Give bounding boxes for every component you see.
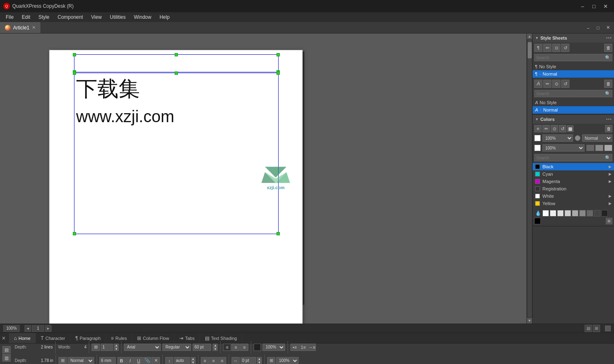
color-add-btn[interactable]: + bbox=[534, 125, 542, 132]
swatch-2[interactable] bbox=[557, 210, 564, 217]
underline-btn[interactable]: U bbox=[135, 357, 143, 364]
char-style-edit-btn[interactable]: ✏ bbox=[543, 80, 551, 88]
size-input[interactable] bbox=[193, 344, 211, 351]
scroll-thumb[interactable] bbox=[528, 42, 532, 58]
bottom-close-btn[interactable]: ✕ bbox=[0, 335, 7, 342]
size-up-btn[interactable]: ▲ bbox=[213, 344, 218, 347]
auto-input[interactable] bbox=[174, 357, 190, 364]
color-white-item[interactable]: White ▶ bbox=[533, 192, 614, 200]
style-select[interactable]: Regular bbox=[162, 344, 191, 351]
list-num-btn[interactable]: 1≡ bbox=[299, 344, 307, 351]
swatch-3[interactable] bbox=[565, 210, 571, 217]
tracking-dn-btn[interactable]: ▼ bbox=[257, 361, 262, 364]
char-no-style-item[interactable]: A No Style bbox=[533, 99, 614, 106]
size-dn-btn[interactable]: ▼ bbox=[213, 347, 218, 351]
para-align-center[interactable]: ≡ bbox=[209, 357, 218, 364]
para-style-edit-btn[interactable]: ✏ bbox=[543, 44, 551, 52]
char-style-refresh-btn[interactable]: ↺ bbox=[561, 80, 569, 88]
color-edit-btn[interactable]: ✏ bbox=[542, 125, 550, 132]
tracking-up-btn[interactable]: ▲ bbox=[257, 357, 262, 361]
menu-utilities[interactable]: Utilities bbox=[106, 13, 130, 21]
color-opacity2-select[interactable]: 100% bbox=[542, 144, 585, 152]
tracking-input[interactable] bbox=[241, 357, 256, 364]
char-style-add-btn[interactable]: A bbox=[534, 80, 542, 88]
colors-menu-btn[interactable]: ⋯ bbox=[606, 116, 612, 123]
swatch-white[interactable] bbox=[542, 210, 549, 217]
maximize-button[interactable]: □ bbox=[589, 2, 599, 11]
para-style-delete-btn[interactable]: 🗑 bbox=[604, 44, 612, 52]
swatch-7[interactable] bbox=[594, 210, 601, 217]
bold-btn[interactable]: B bbox=[117, 357, 126, 364]
stylesheets-panel-header[interactable]: ▼ Style Sheets ⋯ bbox=[533, 33, 614, 42]
canvas-area[interactable]: 下载集 www.xzji.com xzji.com bbox=[0, 33, 532, 324]
swatch-6[interactable] bbox=[587, 210, 593, 217]
para-style-search-input[interactable] bbox=[534, 54, 612, 61]
color-delete-btn[interactable]: 🗑 bbox=[605, 125, 612, 132]
color-mode-select[interactable]: Normal bbox=[582, 134, 613, 142]
menu-edit[interactable]: Edit bbox=[18, 13, 34, 21]
menu-file[interactable]: File bbox=[2, 13, 18, 21]
doc-tab-article1[interactable]: Article1 ✕ bbox=[0, 22, 41, 33]
shade-btn1[interactable] bbox=[586, 145, 594, 151]
menu-view[interactable]: View bbox=[87, 13, 106, 21]
swatch-1[interactable] bbox=[550, 210, 556, 217]
leading-input[interactable] bbox=[99, 357, 116, 364]
close-button[interactable]: ✕ bbox=[600, 2, 611, 11]
doc-tab-close[interactable]: ✕ bbox=[32, 25, 36, 30]
para-style-link-btn[interactable]: ⊙ bbox=[552, 44, 560, 52]
color-registration-item[interactable]: Registration bbox=[533, 185, 614, 192]
cols-input[interactable] bbox=[101, 344, 113, 351]
swatch-9[interactable] bbox=[534, 218, 541, 224]
color-swatch-btn[interactable]: ▦ bbox=[567, 125, 574, 132]
swatch-5[interactable] bbox=[579, 210, 586, 217]
para-no-style-item[interactable]: ¶ No Style bbox=[533, 63, 614, 70]
view-btn2[interactable]: ⊞ bbox=[593, 325, 600, 332]
eyedropper-btn[interactable]: 💧 bbox=[534, 210, 542, 217]
italic-btn[interactable]: I bbox=[126, 357, 134, 364]
list-indent-btn[interactable]: →≡ bbox=[308, 344, 316, 351]
char-style-delete-btn[interactable]: 🗑 bbox=[604, 80, 612, 88]
minimize-button[interactable]: – bbox=[577, 2, 588, 11]
color-search-input[interactable] bbox=[534, 154, 612, 161]
para-style-refresh-btn[interactable]: ↺ bbox=[561, 44, 569, 52]
scale-select[interactable]: 100% bbox=[276, 357, 299, 364]
para-style-add-btn[interactable]: ¶ bbox=[534, 44, 542, 52]
cols-dn-btn[interactable]: ▼ bbox=[114, 347, 119, 351]
color-opacity1-select[interactable]: 100% bbox=[542, 134, 573, 142]
colors-panel-header[interactable]: ▼ Colors ⋯ bbox=[533, 115, 614, 124]
auto-up-btn[interactable]: ▲ bbox=[191, 357, 196, 361]
doc-close-btn[interactable]: ✕ bbox=[603, 23, 612, 32]
para-align-right[interactable]: ≡ bbox=[218, 357, 226, 364]
menu-component[interactable]: Component bbox=[54, 13, 87, 21]
color-cyan-item[interactable]: Cyan ▶ bbox=[533, 170, 614, 178]
page-next-btn[interactable]: ► bbox=[45, 325, 52, 332]
text-color-box[interactable] bbox=[254, 344, 261, 351]
char-style-link-btn[interactable]: ⊙ bbox=[552, 80, 560, 88]
color-black-item[interactable]: Black ▶ bbox=[533, 163, 614, 170]
clear-btn[interactable]: ✕ bbox=[152, 357, 160, 364]
char-style-search-input[interactable] bbox=[534, 90, 612, 97]
para-normal-item[interactable]: ¶ + Normal bbox=[533, 70, 614, 78]
color-refresh-btn[interactable]: ↺ bbox=[559, 125, 566, 132]
swatch-grid-btn[interactable]: ⊞ bbox=[606, 218, 612, 224]
doc-restore-btn[interactable]: □ bbox=[594, 23, 603, 32]
menu-help[interactable]: Help bbox=[155, 13, 174, 21]
list-bullet-btn[interactable]: •≡ bbox=[290, 344, 299, 351]
shade-btn2[interactable] bbox=[595, 145, 603, 151]
align-center-btn[interactable]: ≡ bbox=[232, 344, 240, 351]
para-align-left[interactable]: ≡ bbox=[201, 357, 209, 364]
page-num-input[interactable] bbox=[32, 325, 44, 332]
cols-up-btn[interactable]: ▲ bbox=[114, 344, 119, 347]
align-left-btn[interactable]: ≡ bbox=[223, 344, 231, 351]
swatch-8[interactable] bbox=[601, 210, 608, 217]
para-style-select[interactable]: Normal bbox=[67, 357, 94, 364]
scroll-up-btn[interactable]: ▲ bbox=[527, 33, 533, 39]
color-dup-btn[interactable]: ⊙ bbox=[551, 125, 558, 132]
auto-dn-btn[interactable]: ▼ bbox=[191, 361, 196, 364]
zoom-input[interactable] bbox=[3, 325, 20, 332]
view-btn1[interactable]: ▤ bbox=[585, 325, 592, 332]
color-magenta-item[interactable]: Magenta ▶ bbox=[533, 178, 614, 185]
menu-window[interactable]: Window bbox=[130, 13, 155, 21]
swatch-4[interactable] bbox=[572, 210, 578, 217]
font-select[interactable]: Arial bbox=[124, 344, 161, 351]
